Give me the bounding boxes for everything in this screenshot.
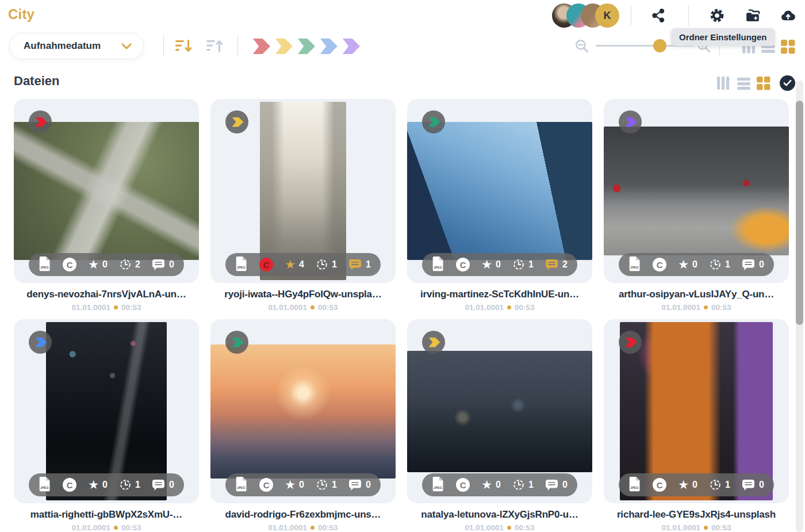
history-stat[interactable]: 1: [709, 479, 730, 491]
scrollbar-thumb[interactable]: [796, 101, 803, 325]
comment-stat[interactable]: 0: [152, 259, 174, 271]
photo-card[interactable]: JPEG C ★ 0 2: [14, 99, 199, 283]
color-tag-red[interactable]: [253, 39, 270, 54]
star-icon: ★: [481, 479, 492, 491]
file-type-icon: JPEG: [628, 476, 641, 494]
svg-text:JPEG: JPEG: [40, 486, 49, 489]
history-stat[interactable]: 1: [512, 258, 534, 271]
file-type-icon: JPEG: [235, 256, 248, 274]
star-stat[interactable]: ★ 0: [481, 479, 501, 491]
file-name[interactable]: ryoji-iwata--HGy4pFoIQw-unspla…: [210, 289, 396, 300]
history-stat[interactable]: 1: [512, 479, 534, 491]
upload-cloud-icon: [780, 7, 796, 24]
comment-stat[interactable]: 0: [742, 479, 764, 491]
star-stat[interactable]: ★ 0: [678, 479, 697, 491]
history-stat[interactable]: 1: [316, 258, 337, 271]
user-avatar-initial[interactable]: K: [595, 3, 619, 28]
date-time-separator-dot: [507, 526, 511, 530]
tag-badge[interactable]: [422, 331, 445, 354]
photo-thumbnail[interactable]: [210, 345, 396, 479]
copyright-icon[interactable]: C: [63, 478, 76, 492]
star-stat[interactable]: ★ 0: [678, 259, 697, 270]
tag-badge[interactable]: [29, 331, 52, 354]
history-stat[interactable]: 2: [119, 258, 140, 271]
file-date-value: 01.01.0001: [71, 523, 110, 532]
share-button[interactable]: [650, 7, 666, 24]
comment-stat[interactable]: 0: [152, 479, 174, 491]
file-name[interactable]: denys-nevozhai-7nrsVjvALnA-un…: [14, 289, 199, 300]
select-all-button[interactable]: [780, 75, 795, 91]
history-stat[interactable]: 1: [709, 258, 730, 271]
zoom-slider-knob[interactable]: [653, 39, 666, 52]
upload-button[interactable]: [780, 7, 796, 24]
color-tag-green[interactable]: [298, 39, 315, 54]
copyright-icon[interactable]: C: [653, 258, 666, 271]
photo-card[interactable]: JPEG C ★ 4 1: [210, 99, 396, 283]
photo-card[interactable]: JPEG C ★ 0 1: [210, 319, 396, 503]
photo-thumbnail[interactable]: [407, 122, 592, 260]
comment-stat[interactable]: 0: [742, 259, 764, 271]
history-stat[interactable]: 1: [316, 479, 337, 491]
copyright-icon[interactable]: C: [456, 258, 470, 271]
star-count: 0: [102, 259, 108, 270]
copyright-icon[interactable]: C: [259, 258, 273, 271]
tag-badge-arrow: [232, 117, 244, 127]
comment-stat[interactable]: 0: [545, 479, 568, 491]
photo-thumbnail[interactable]: [604, 127, 789, 255]
color-tag-yellow[interactable]: [275, 39, 293, 54]
color-tag-purple[interactable]: [343, 39, 360, 54]
folder-settings-button[interactable]: [709, 7, 725, 24]
photo-thumbnail[interactable]: [407, 351, 592, 472]
history-stat[interactable]: 1: [119, 479, 140, 491]
star-stat[interactable]: ★ 0: [481, 259, 501, 270]
comment-stat[interactable]: 1: [348, 259, 371, 271]
star-stat[interactable]: ★ 0: [88, 259, 108, 270]
file-name[interactable]: mattia-righetti-gbBWpX2sXmU-…: [14, 509, 199, 520]
file-time-value: 00:53: [711, 303, 731, 312]
history-icon: [119, 479, 132, 491]
photo-card[interactable]: JPEG C ★ 0 1: [407, 99, 592, 283]
photo-card[interactable]: JPEG C ★ 0 1: [604, 319, 789, 503]
zoom-out-button[interactable]: [574, 38, 590, 54]
sort-descending-button[interactable]: [175, 39, 192, 53]
copyright-icon[interactable]: C: [259, 478, 273, 492]
comment-stat[interactable]: 2: [545, 259, 568, 271]
file-type-icon: JPEG: [432, 476, 444, 494]
files-view-columns-button[interactable]: [716, 76, 731, 91]
photo-card[interactable]: JPEG C ★ 0 1: [14, 319, 199, 503]
toolbar-view-grid-button[interactable]: [780, 39, 796, 55]
copyright-icon[interactable]: C: [456, 478, 470, 492]
file-name[interactable]: david-rodrigo-Fr6zexbmjmc-uns…: [210, 509, 396, 520]
tag-badge[interactable]: [225, 331, 248, 354]
comment-stat[interactable]: 0: [348, 479, 371, 491]
svg-text:JPEG: JPEG: [630, 486, 639, 489]
star-stat[interactable]: ★ 0: [88, 479, 108, 491]
file-name[interactable]: natalya-letunova-lZXyGjsRnP0-u…: [407, 509, 592, 520]
star-stat[interactable]: ★ 0: [285, 479, 304, 491]
photo-thumbnail[interactable]: [14, 122, 199, 260]
files-view-list-button[interactable]: [737, 77, 752, 92]
tag-badge[interactable]: [619, 110, 642, 133]
photo-card[interactable]: JPEG C ★ 0 1: [604, 99, 789, 283]
star-stat[interactable]: ★ 4: [285, 259, 304, 270]
tag-badge[interactable]: [29, 110, 52, 133]
tag-badge[interactable]: [225, 110, 248, 133]
files-view-grid-button[interactable]: [756, 76, 771, 91]
tag-badge[interactable]: [619, 331, 642, 354]
history-count: 1: [332, 480, 337, 490]
file-time-value: 00:53: [121, 523, 141, 532]
tag-badge[interactable]: [422, 110, 445, 133]
photo-card[interactable]: JPEG C ★ 0 1: [407, 319, 592, 503]
file-date-value: 01.01.0001: [268, 523, 307, 532]
copyright-icon[interactable]: C: [63, 258, 76, 271]
sort-ascending-button[interactable]: [206, 39, 223, 53]
sort-field-dropdown[interactable]: Aufnahmedatum: [9, 33, 144, 59]
copyright-icon[interactable]: C: [653, 478, 666, 492]
svg-text:JPEG: JPEG: [630, 266, 639, 269]
file-name[interactable]: arthur-osipyan-vLusIJAYy_Q-un…: [604, 289, 789, 300]
file-name[interactable]: irving-martinez-ScTcKdhInUE-un…: [407, 289, 592, 300]
color-tag-blue[interactable]: [320, 39, 338, 54]
file-name[interactable]: richard-lee-GYE9sJxRjs4-unsplash: [604, 509, 789, 520]
add-folder-button[interactable]: [745, 7, 761, 24]
file-time-value: 00:53: [515, 303, 535, 312]
